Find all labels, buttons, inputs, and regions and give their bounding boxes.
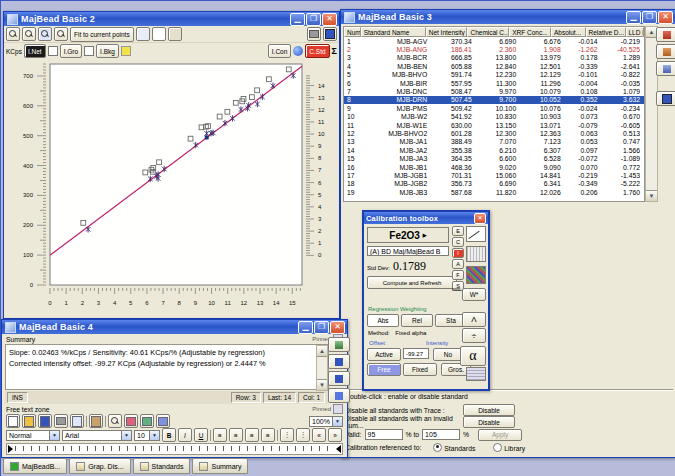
ref-library-radio[interactable]: Library xyxy=(493,443,525,452)
align-center-icon[interactable]: ≡ xyxy=(229,428,243,442)
matrix-button-i[interactable]: I xyxy=(452,248,464,258)
table-row[interactable]: 10MJB-W2541.9210.83010.9030.0730.670 xyxy=(344,113,644,121)
compute-refresh-button[interactable]: Compute and Refresh xyxy=(367,276,457,289)
zoom-area-icon[interactable] xyxy=(38,27,52,41)
zoom-out-icon[interactable] xyxy=(6,27,20,41)
table-row[interactable]: 14MJB-JA2355.386.2106.3070.0971.566 xyxy=(344,146,644,154)
column-header[interactable]: Numb... xyxy=(344,27,361,37)
matrix-button-a[interactable]: A xyxy=(452,259,464,269)
plot-window-titlebar[interactable]: MajBead Basic 2 ▁ ❐ ✕ xyxy=(4,12,339,26)
channel-select[interactable]: (A) BD Maj/MajBead B xyxy=(367,246,449,256)
matrix-button-f[interactable]: F xyxy=(452,270,464,280)
insert-object-icon[interactable] xyxy=(140,414,154,428)
table-row[interactable]: 16MJB-JB1468.369.0209.0900.0700.772 xyxy=(344,163,644,171)
highlight-icon[interactable] xyxy=(124,414,138,428)
compound-select[interactable]: Fe2O3▶ xyxy=(367,227,449,243)
scroll-down-icon[interactable]: ▼ xyxy=(646,190,657,201)
numbered-list-icon[interactable]: ⋮ xyxy=(280,428,294,442)
toggle-grid-button[interactable] xyxy=(136,27,150,41)
weight-rel-button[interactable]: Rel xyxy=(401,314,433,327)
tab-grap-dis[interactable]: Grap. Dis... xyxy=(69,458,130,474)
align-left-icon[interactable]: ≡ xyxy=(213,428,227,442)
bullet-list-icon[interactable]: ⋮ xyxy=(296,428,310,442)
sigma-icon[interactable]: Σ xyxy=(332,46,337,56)
refresh-standards-icon[interactable] xyxy=(656,61,675,76)
font-select[interactable]: Arial▼ xyxy=(62,430,132,441)
close-button[interactable]: ✕ xyxy=(330,321,345,334)
column-header[interactable]: LLD P... xyxy=(626,27,645,37)
align-justify-icon[interactable]: ≡ xyxy=(261,428,275,442)
editor-ruler[interactable] xyxy=(6,443,343,455)
table-row[interactable]: 8MJB-DRN507.459.70010.0520.3523.632 xyxy=(344,96,644,104)
maximize-button[interactable]: ❐ xyxy=(306,13,321,26)
tab-standards[interactable]: Standards xyxy=(133,458,191,474)
insert-field-icon[interactable] xyxy=(156,414,170,428)
table-row[interactable]: 5MJB-BHVO591.7412.23012.129-0.101-0.822 xyxy=(344,71,644,79)
align-right-icon[interactable]: ≡ xyxy=(245,428,259,442)
offset-free-button[interactable]: Free xyxy=(367,363,401,376)
close-button[interactable]: ✕ xyxy=(322,13,337,26)
table-row[interactable]: 2MJB-ANG186.412.3601.908-1.262-40.525 xyxy=(344,45,644,53)
calibration-plot[interactable]: 7006005004003002001000141312111098765432… xyxy=(6,60,333,312)
save-icon[interactable] xyxy=(323,27,337,41)
intensity-gross-button[interactable]: I.Gro xyxy=(60,44,82,58)
info-icon[interactable] xyxy=(293,46,303,56)
column-header[interactable]: Relative D... xyxy=(586,27,626,37)
zoom-in-icon[interactable] xyxy=(22,27,36,41)
copy-standards-icon[interactable] xyxy=(656,27,675,42)
column-header[interactable]: Absolut... xyxy=(551,27,586,37)
fit-to-points-button[interactable]: Fit to current points xyxy=(70,27,134,42)
matrix-button-c[interactable]: C xyxy=(452,237,464,247)
bold-button[interactable]: B xyxy=(162,428,176,442)
tab-majbeadb[interactable]: MajBeadB... xyxy=(3,458,67,474)
intensity-bkg-button[interactable]: I.Bkg xyxy=(96,44,119,58)
open-doc-icon[interactable] xyxy=(22,414,36,428)
toggle-labels-button[interactable] xyxy=(152,27,166,41)
intensity-no-button[interactable]: No xyxy=(433,348,463,361)
export-icon[interactable] xyxy=(328,388,350,403)
curve-type-icon[interactable] xyxy=(466,226,486,242)
table-row[interactable]: 18MJB-JGB2356.736.6906.341-0.349-5.222 xyxy=(344,180,644,188)
save-summary-icon[interactable] xyxy=(328,354,350,369)
matrix-button-e[interactable]: E xyxy=(452,226,464,236)
italic-button[interactable]: I xyxy=(178,428,192,442)
weight-abs-button[interactable]: Abs xyxy=(367,314,399,327)
new-doc-icon[interactable] xyxy=(6,414,20,428)
offset-value-box[interactable]: -99.27 xyxy=(403,348,429,359)
intensity-net-button[interactable]: I.Net xyxy=(24,44,46,58)
chemical-std-button[interactable]: C.Std xyxy=(305,44,329,58)
bkg-checkbox[interactable] xyxy=(84,46,94,56)
marker-color-swatch[interactable] xyxy=(121,46,131,56)
ruler-right-marker[interactable] xyxy=(336,445,341,453)
table-row[interactable]: 11MJB-W1E630.0013.15013.071-0.079-0.605 xyxy=(344,121,644,129)
table-row[interactable]: 9MJB-PMS509.4210.10010.076-0.024-0.234 xyxy=(344,104,644,112)
scroll-up-icon[interactable]: ▲ xyxy=(317,346,327,357)
column-header[interactable]: XRF Conc... xyxy=(509,27,551,37)
close-button[interactable]: ✕ xyxy=(658,11,673,24)
maximize-button[interactable]: ❐ xyxy=(642,11,657,24)
tab-summary[interactable]: Summary xyxy=(192,458,248,474)
summary-window-titlebar[interactable]: MajBead Basic 4 ▁ ❐ ✕ xyxy=(2,320,347,334)
paste-icon[interactable] xyxy=(89,414,103,428)
matrix-grid-icon[interactable] xyxy=(466,246,486,262)
save-standards-icon[interactable] xyxy=(656,91,675,106)
print-preview-icon[interactable] xyxy=(70,414,84,428)
valid-to-input[interactable]: 105 xyxy=(422,429,460,440)
scroll-down-icon[interactable]: ▼ xyxy=(317,379,327,390)
underline-button[interactable]: U xyxy=(194,428,208,442)
table-row[interactable]: 17MJB-JGB1701.3115.06014.841-0.219-1.453 xyxy=(344,171,644,179)
alpha-matrix-icon[interactable] xyxy=(466,266,486,284)
offset-fixed-button[interactable]: Fixed xyxy=(403,363,437,376)
style-select[interactable]: Normal▼ xyxy=(6,430,60,441)
table-row[interactable]: 1MJB-AGV370.346.6906.676-0.014-0.219 xyxy=(344,37,644,45)
toolbox-titlebar[interactable]: Calibration toolbox ✕ xyxy=(364,212,488,224)
zoom-reset-icon[interactable] xyxy=(54,27,68,41)
alpha-coefficients-button[interactable]: α xyxy=(460,346,486,366)
standards-window-titlebar[interactable]: MajBead Basic 3 ▁ ❐ ✕ xyxy=(341,10,675,24)
weight-factor-button[interactable]: W* xyxy=(462,288,486,301)
ruler-left-marker[interactable] xyxy=(8,445,13,453)
copy-summary-icon[interactable] xyxy=(328,337,350,352)
table-row[interactable]: 15MJB-JA3364.356.6006.528-0.072-1.089 xyxy=(344,154,644,162)
print-icon[interactable] xyxy=(307,27,321,41)
pin-icon[interactable] xyxy=(333,404,343,414)
